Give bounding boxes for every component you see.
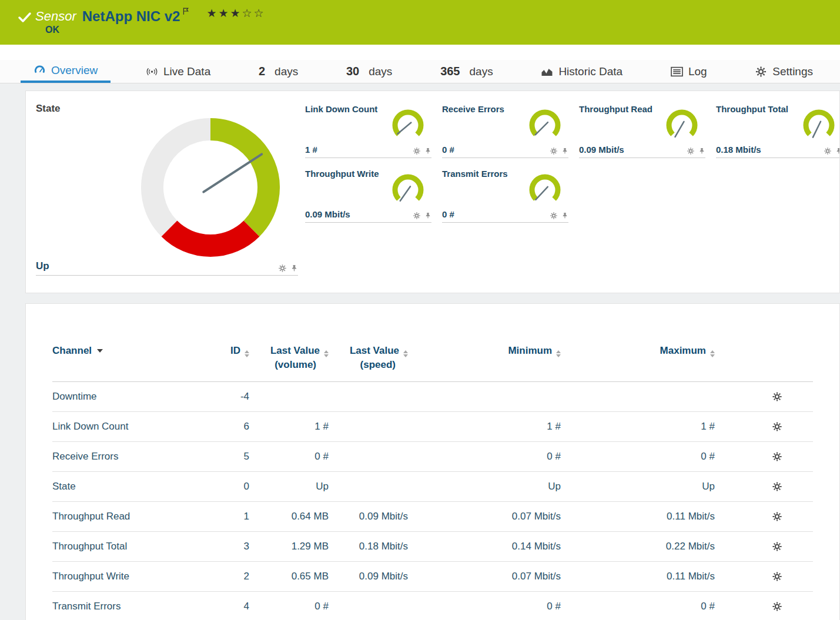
tab-historic-data[interactable]: Historic Data <box>528 60 635 83</box>
channel-maximum: 0 # <box>561 591 715 620</box>
channel-name: Transmit Errors <box>52 591 211 620</box>
mini-gauge-dial <box>797 106 840 143</box>
table-row[interactable]: State 0 Up Up Up <box>52 471 813 501</box>
column-sublabel: (speed) <box>329 358 396 372</box>
mini-gauge-dial <box>523 106 567 143</box>
column-label: Maximum <box>660 345 706 356</box>
mini-gauge-footer: 0.09 Mbit/s <box>305 209 431 223</box>
tab-overview[interactable]: Overview <box>21 60 111 83</box>
column-label: Channel <box>52 345 92 356</box>
tab-number: 365 <box>440 65 460 78</box>
channel-last-volume: 0.65 MB <box>249 561 329 591</box>
column-header-last-volume[interactable]: Last Value (volume) <box>249 327 329 381</box>
column-header-channel[interactable]: Channel <box>52 327 211 381</box>
mini-gauge-footer: 1 # <box>305 145 431 158</box>
column-header-id[interactable]: ID <box>211 327 249 381</box>
gear-icon[interactable] <box>550 148 557 155</box>
channel-name: Downtime <box>52 381 211 411</box>
channel-settings-gear-icon[interactable] <box>772 512 782 521</box>
log-list-icon <box>671 66 683 77</box>
channels-table: Channel ID Last Value (volume) Last Valu… <box>52 327 813 620</box>
channel-id: 1 <box>211 501 249 531</box>
channel-settings-gear-icon[interactable] <box>772 482 782 491</box>
tab-365-days[interactable]: 365 days <box>427 60 506 83</box>
channel-settings-gear-icon[interactable] <box>772 602 782 611</box>
pin-icon[interactable] <box>561 148 568 155</box>
mini-gauge-needle <box>813 122 821 138</box>
mini-gauge-footer: 0 # <box>442 209 568 223</box>
channel-id: 6 <box>211 411 249 441</box>
channel-id: 4 <box>211 591 249 620</box>
channel-last-volume: Up <box>249 471 329 501</box>
pin-icon[interactable] <box>835 148 840 155</box>
gear-icon[interactable] <box>824 148 831 155</box>
tab-label: days <box>470 65 493 78</box>
channel-name: Throughput Read <box>52 501 211 531</box>
channel-minimum: 0 # <box>408 591 561 620</box>
table-header-row: Channel ID Last Value (volume) Last Valu… <box>52 327 813 381</box>
channel-maximum: 0.11 Mbit/s <box>561 501 715 531</box>
mini-gauge-title: Throughput Total <box>716 104 788 114</box>
sort-icon <box>403 350 408 357</box>
tab-30-days[interactable]: 30 days <box>333 60 405 83</box>
gear-icon[interactable] <box>413 212 420 219</box>
channel-last-speed <box>329 471 408 501</box>
pin-icon[interactable] <box>424 148 431 155</box>
table-row[interactable]: Throughput Read 1 0.64 MB 0.09 Mbit/s 0.… <box>52 501 813 531</box>
table-row[interactable]: Transmit Errors 4 0 # 0 # 0 # <box>52 591 813 620</box>
pin-icon[interactable] <box>698 148 705 155</box>
channel-settings-gear-icon[interactable] <box>772 572 782 581</box>
channel-settings-gear-icon[interactable] <box>772 452 782 461</box>
gear-icon[interactable] <box>687 148 694 155</box>
column-label: Last Value <box>350 345 399 356</box>
channel-maximum: 0.22 Mbit/s <box>561 531 715 561</box>
column-header-last-speed[interactable]: Last Value (speed) <box>329 327 408 381</box>
main-content: State Up Link Down Count 1 # <box>0 83 840 620</box>
mini-gauge-dial <box>386 106 430 143</box>
channel-name: Throughput Write <box>52 561 211 591</box>
channel-maximum: 0.11 Mbit/s <box>561 561 715 591</box>
column-header-maximum[interactable]: Maximum <box>561 327 715 381</box>
sensor-status: OK <box>45 25 59 35</box>
channel-maximum: Up <box>561 471 715 501</box>
table-row[interactable]: Downtime -4 <box>52 381 813 411</box>
channel-settings-gear-icon[interactable] <box>772 392 782 401</box>
channel-id: 3 <box>211 531 249 561</box>
channel-id: 0 <box>211 471 249 501</box>
gear-icon <box>755 66 767 77</box>
channel-id: 2 <box>211 561 249 591</box>
pin-icon[interactable] <box>290 264 298 272</box>
priority-stars[interactable]: ★★★☆☆ <box>206 7 265 20</box>
mini-gauge-value: 0.09 Mbit/s <box>305 209 350 219</box>
column-header-minimum[interactable]: Minimum <box>408 327 561 381</box>
sort-icon <box>245 350 249 357</box>
gear-icon[interactable] <box>413 148 420 155</box>
pin-icon[interactable] <box>424 212 431 219</box>
channels-panel: Channel ID Last Value (volume) Last Valu… <box>25 303 840 620</box>
tab-log[interactable]: Log <box>658 60 720 83</box>
pin-icon[interactable] <box>561 212 568 219</box>
tab-settings[interactable]: Settings <box>742 60 826 83</box>
sort-icon <box>710 350 715 357</box>
table-row[interactable]: Receive Errors 5 0 # 0 # 0 # <box>52 441 813 471</box>
gear-icon[interactable] <box>550 212 557 219</box>
channel-last-volume: 0 # <box>249 441 329 471</box>
table-row[interactable]: Throughput Write 2 0.65 MB 0.09 Mbit/s 0… <box>52 561 813 591</box>
mini-gauge-title: Transmit Errors <box>442 169 508 179</box>
mini-gauge-needle <box>675 122 684 137</box>
table-row[interactable]: Link Down Count 6 1 # 1 # 1 # <box>52 411 813 441</box>
tab-live-data[interactable]: Live Data <box>133 60 223 83</box>
channel-settings-gear-icon[interactable] <box>772 422 782 431</box>
table-row[interactable]: Throughput Total 3 1.29 MB 0.18 Mbit/s 0… <box>52 531 813 561</box>
live-signal-icon <box>146 66 158 77</box>
channel-settings-gear-icon[interactable] <box>772 542 782 551</box>
flag-icon[interactable] <box>182 7 190 15</box>
tab-label: days <box>369 65 392 78</box>
tab-2-days[interactable]: 2 days <box>246 60 311 83</box>
column-header-actions <box>715 327 813 381</box>
mini-gauge-footer: 0.18 Mbit/s <box>716 145 840 158</box>
column-label: Minimum <box>508 345 552 356</box>
channel-last-speed: 0.09 Mbit/s <box>329 501 408 531</box>
channels-table-body: Downtime -4 Link Down Count 6 1 # 1 # 1 … <box>52 381 813 620</box>
gear-icon[interactable] <box>279 264 286 272</box>
